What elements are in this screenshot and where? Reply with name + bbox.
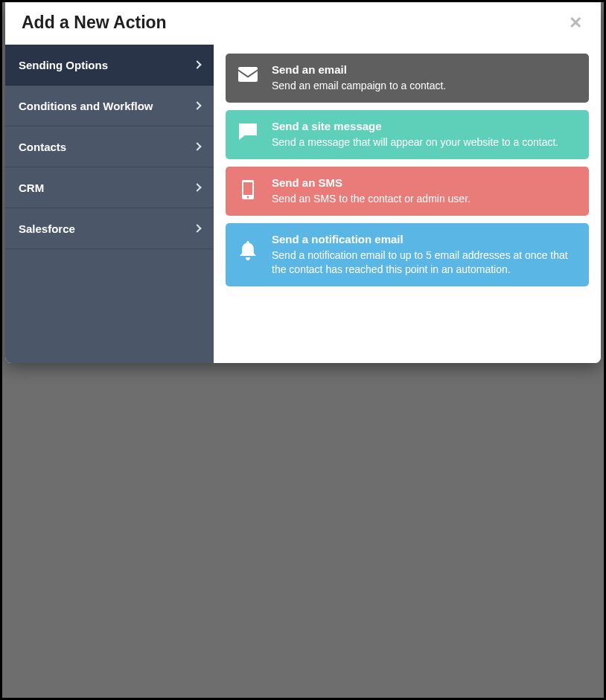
action-send-notification[interactable]: Send a notification email Send a notific… — [226, 223, 589, 286]
action-send-email[interactable]: Send an email Send an email campaign to … — [226, 54, 589, 103]
sidebar-item-label: Sending Options — [19, 59, 108, 71]
sidebar-item-conditions-workflow[interactable]: Conditions and Workflow — [5, 86, 214, 126]
action-send-site-message[interactable]: Send a site message Send a message that … — [226, 110, 589, 159]
envelope-icon — [237, 62, 258, 82]
action-title: Send a notification email — [272, 232, 577, 247]
close-button[interactable]: ✕ — [567, 14, 584, 32]
chevron-right-icon — [193, 60, 201, 68]
action-desc: Send an email campaign to a contact. — [272, 79, 577, 94]
action-title: Send a site message — [272, 119, 577, 134]
action-texts: Send an SMS Send an SMS to the contact o… — [272, 176, 577, 207]
action-desc: Send a notification email to up to 5 ema… — [272, 248, 577, 277]
add-action-modal: Add a New Action ✕ Sending Options Condi… — [5, 2, 601, 363]
chevron-right-icon — [193, 142, 201, 150]
sidebar-item-crm[interactable]: CRM — [5, 167, 214, 208]
action-desc: Send a message that will appear on your … — [272, 135, 577, 150]
sidebar-item-contacts[interactable]: Contacts — [5, 126, 214, 167]
action-desc: Send an SMS to the contact or admin user… — [272, 192, 577, 207]
action-title: Send an SMS — [272, 176, 577, 190]
sidebar: Sending Options Conditions and Workflow … — [5, 45, 214, 363]
chat-icon — [237, 119, 258, 140]
svg-rect-1 — [243, 182, 252, 195]
phone-icon — [237, 176, 258, 199]
svg-point-2 — [247, 196, 249, 198]
sidebar-item-label: Conditions and Workflow — [19, 100, 153, 112]
modal-title: Add a New Action — [22, 13, 167, 33]
modal-header: Add a New Action ✕ — [5, 2, 601, 45]
sidebar-item-label: Salesforce — [19, 222, 75, 235]
close-icon: ✕ — [569, 15, 582, 31]
action-title: Send an email — [272, 62, 577, 77]
modal-body: Sending Options Conditions and Workflow … — [5, 45, 601, 363]
action-send-sms[interactable]: Send an SMS Send an SMS to the contact o… — [226, 167, 589, 216]
sidebar-item-sending-options[interactable]: Sending Options — [5, 45, 214, 86]
action-texts: Send an email Send an email campaign to … — [272, 62, 577, 94]
sidebar-item-salesforce[interactable]: Salesforce — [5, 208, 214, 249]
bell-icon — [237, 232, 258, 260]
chevron-right-icon — [193, 183, 201, 191]
action-list: Send an email Send an email campaign to … — [214, 45, 601, 363]
chevron-right-icon — [193, 224, 201, 232]
sidebar-item-label: Contacts — [19, 141, 66, 153]
action-texts: Send a notification email Send a notific… — [272, 232, 577, 277]
action-texts: Send a site message Send a message that … — [272, 119, 577, 150]
chevron-right-icon — [193, 101, 201, 109]
sidebar-item-label: CRM — [19, 182, 44, 194]
